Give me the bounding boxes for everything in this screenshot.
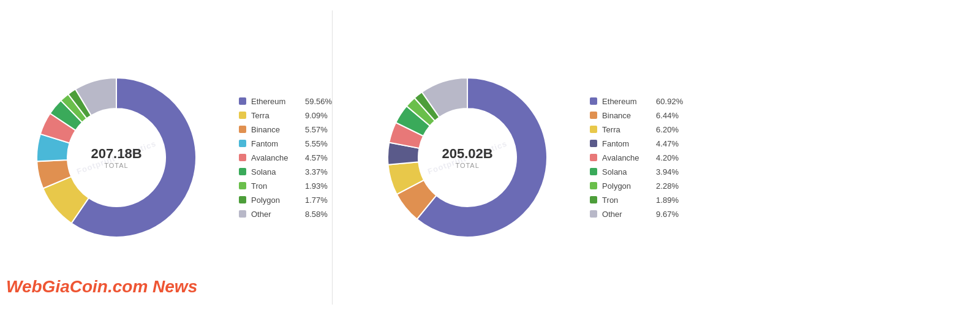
legend-item-pct: 8.58%	[305, 210, 328, 219]
legend-color-swatch	[590, 140, 597, 147]
legend-color-swatch	[239, 112, 246, 119]
legend-item-pct: 4.20%	[656, 153, 679, 162]
legend-item-name: Tron	[251, 181, 300, 191]
legend-item-name: Binance	[251, 125, 300, 134]
legend-item-pct: 2.28%	[656, 181, 679, 191]
legend-color-swatch	[239, 140, 246, 147]
legend-item-pct: 1.89%	[656, 195, 679, 205]
legend-item-name: Terra	[251, 111, 300, 120]
donut-chart-2: 205.02B TOTAL Footprint Analytics	[369, 59, 565, 256]
legend-item-pct: 9.67%	[656, 210, 679, 219]
legend-2: Ethereum60.92%Binance6.44%Terra6.20%Fant…	[590, 97, 683, 219]
legend-item: Other9.67%	[590, 210, 683, 219]
legend-item: Fantom5.55%	[239, 139, 332, 148]
legend-item: Avalanche4.20%	[590, 153, 683, 162]
legend-color-swatch	[239, 97, 246, 105]
legend-color-swatch	[239, 210, 246, 218]
legend-item: Ethereum59.56%	[239, 97, 332, 106]
legend-item-pct: 4.47%	[656, 139, 679, 148]
legend-item: Avalanche4.57%	[239, 153, 332, 162]
legend-1: Ethereum59.56%Terra9.09%Binance5.57%Fant…	[239, 97, 332, 219]
legend-item-pct: 5.57%	[305, 125, 328, 134]
legend-item-name: Solana	[251, 167, 300, 176]
legend-item-pct: 9.09%	[305, 111, 328, 120]
legend-item: Binance6.44%	[590, 111, 683, 120]
legend-item: Polygon2.28%	[590, 181, 683, 191]
donut-chart-1: 207.18B TOTAL Footprint Analytics	[18, 59, 214, 256]
chart-divider	[332, 10, 333, 305]
legend-color-swatch	[590, 97, 597, 105]
legend-item-name: Tron	[602, 195, 651, 205]
legend-item-pct: 1.93%	[305, 181, 328, 191]
legend-item: Binance5.57%	[239, 125, 332, 134]
legend-item-name: Ethereum	[602, 97, 651, 106]
brand-text: WebGiaCoin.com News	[6, 277, 197, 297]
legend-color-swatch	[239, 126, 246, 133]
legend-item-name: Polygon	[602, 181, 651, 191]
legend-item-pct: 60.92%	[656, 97, 683, 106]
legend-item: Solana3.94%	[590, 167, 683, 176]
legend-color-swatch	[590, 210, 597, 218]
legend-item-name: Other	[602, 210, 651, 219]
legend-item-pct: 59.56%	[305, 97, 332, 106]
legend-item: Tron1.93%	[239, 181, 332, 191]
legend-color-swatch	[239, 154, 246, 161]
legend-color-swatch	[590, 126, 597, 133]
legend-item-name: Ethereum	[251, 97, 300, 106]
legend-item-name: Avalanche	[251, 153, 300, 162]
legend-item-name: Avalanche	[602, 153, 651, 162]
legend-item-pct: 6.44%	[656, 111, 679, 120]
legend-item-name: Other	[251, 210, 300, 219]
legend-item-name: Binance	[602, 111, 651, 120]
legend-item: Tron1.89%	[590, 195, 683, 205]
legend-item: Solana3.37%	[239, 167, 332, 176]
legend-item-name: Solana	[602, 167, 651, 176]
legend-item: Polygon1.77%	[239, 195, 332, 205]
legend-color-swatch	[590, 154, 597, 161]
legend-item-name: Terra	[602, 125, 651, 134]
legend-item-name: Fantom	[602, 139, 651, 148]
legend-color-swatch	[590, 168, 597, 175]
legend-item-pct: 3.94%	[656, 167, 679, 176]
legend-color-swatch	[590, 112, 597, 119]
legend-item: Other8.58%	[239, 210, 332, 219]
legend-item-name: Polygon	[251, 195, 300, 205]
legend-color-swatch	[590, 182, 597, 189]
legend-item: Fantom4.47%	[590, 139, 683, 148]
legend-color-swatch	[239, 196, 246, 203]
legend-item: Ethereum60.92%	[590, 97, 683, 106]
legend-item-pct: 3.37%	[305, 167, 328, 176]
legend-item-pct: 1.77%	[305, 195, 328, 205]
legend-item-pct: 5.55%	[305, 139, 328, 148]
legend-color-swatch	[239, 168, 246, 175]
legend-color-swatch	[590, 196, 597, 203]
legend-item: Terra6.20%	[590, 125, 683, 134]
legend-item-name: Fantom	[251, 139, 300, 148]
legend-color-swatch	[239, 182, 246, 189]
legend-item: Terra9.09%	[239, 111, 332, 120]
legend-item-pct: 4.57%	[305, 153, 328, 162]
legend-item-pct: 6.20%	[656, 125, 679, 134]
